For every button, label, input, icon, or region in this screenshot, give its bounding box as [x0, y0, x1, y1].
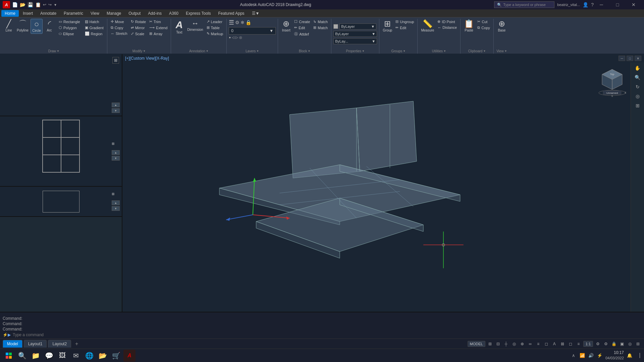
layer-isolate-icon[interactable]: ◎ — [239, 36, 242, 39]
tool-rotate[interactable]: ↻ Rotate — [129, 19, 147, 24]
search-box[interactable]: 🔍 Type a keyword or phrase — [494, 1, 554, 8]
tool-base[interactable]: ⊕ Base — [496, 19, 508, 33]
quickprop-icon[interactable]: ≡ — [575, 341, 582, 347]
tool-ellipse[interactable]: ⬭ Ellipse — [57, 31, 82, 37]
color-dropdown[interactable]: ByLayer ▼ — [339, 23, 376, 29]
menu-expresstools[interactable]: Express Tools — [182, 10, 214, 17]
layers-freeze-icon[interactable]: ❄ — [240, 20, 245, 25]
layers-manager-icon[interactable]: ☰ — [229, 19, 234, 26]
window-controls[interactable]: ─ □ ✕ — [594, 0, 641, 9]
tool-hatch[interactable]: ▨ Hatch — [84, 19, 105, 24]
fullscreen-icon[interactable]: ⊞ — [635, 341, 641, 347]
hardware-accel-icon[interactable]: ▣ — [619, 341, 625, 347]
notifications-icon[interactable]: 🔔 — [627, 353, 633, 359]
model-space-btn[interactable]: MODEL — [468, 341, 485, 347]
lwt-icon[interactable]: ≡ — [535, 341, 542, 347]
layer-next-icon[interactable]: ▷ — [235, 36, 238, 39]
close-button[interactable]: ✕ — [626, 0, 641, 9]
groups-group-label[interactable]: Groups ▼ — [381, 49, 415, 54]
color-swatch[interactable] — [333, 24, 338, 29]
layer-prev-icon[interactable]: ◁ — [232, 36, 234, 39]
block-group-label[interactable]: Block ▼ — [280, 49, 329, 54]
middle-scroll-up[interactable]: ▲ — [112, 150, 120, 155]
tool-array[interactable]: ⊞ Array — [148, 31, 169, 37]
snap-icon[interactable]: ⊟ — [495, 341, 501, 347]
annotation-group-label[interactable]: Annotation ▼ — [173, 49, 224, 54]
modify-group-label[interactable]: Modify ▼ — [109, 49, 169, 54]
tool-measure[interactable]: 📏 Measure — [420, 19, 435, 33]
properties-group-label[interactable]: Properties ▼ — [333, 49, 377, 54]
bottom-mini-viewport[interactable]: ⊞ — [112, 192, 119, 199]
main-viewport[interactable]: [+][Custom View][X-Ray] ─ □ ✕ — [122, 54, 644, 342]
tool-text[interactable]: A Text — [173, 19, 185, 35]
vp-close-btn[interactable]: ✕ — [635, 56, 641, 61]
taskbar-autocad[interactable]: A — [123, 350, 136, 362]
annotation-vis-icon[interactable]: ⚙ — [594, 341, 601, 347]
menu-featuredapps[interactable]: Featured Apps — [215, 10, 248, 17]
tool-group-edit[interactable]: ✏ Edit — [394, 25, 415, 31]
tool-trim[interactable]: ✂ Trim — [148, 19, 169, 24]
taskbar-chat[interactable]: 💬 — [43, 350, 55, 362]
mini-viewport-btn[interactable]: ⊞ — [112, 57, 119, 64]
rt-lookfrom-btn[interactable]: ◎ — [632, 92, 643, 101]
isolation-icon[interactable]: ◎ — [627, 341, 633, 347]
transparency-icon[interactable]: ◻ — [543, 341, 550, 347]
menu-parametric[interactable]: Parametric — [60, 10, 87, 17]
3d-osnap-icon[interactable]: ⊠ — [559, 341, 566, 347]
tool-gradient[interactable]: ▣ Gradient — [84, 25, 105, 31]
qat-save[interactable]: 💾 — [28, 2, 33, 7]
tab-model[interactable]: Model — [3, 340, 22, 348]
tool-circle[interactable]: ○ Circle — [31, 19, 43, 34]
rt-orbit-btn[interactable]: ↻ — [632, 82, 643, 91]
tool-region[interactable]: ⬜ Region — [84, 31, 105, 37]
tool-arc[interactable]: ◜ Arc — [43, 19, 55, 33]
sel-cycling-icon[interactable]: A — [551, 341, 558, 347]
layer-color-icon[interactable]: ● — [229, 36, 231, 39]
layers-group-label[interactable]: Lavers ▼ — [229, 49, 276, 54]
menu-output[interactable]: Output — [125, 10, 144, 17]
qat-more[interactable]: ▼ — [54, 3, 57, 7]
lineweight-dropdown[interactable]: ByLay... ▼ — [333, 38, 377, 44]
taskbar-browser[interactable]: 🌐 — [83, 350, 95, 362]
clipboard-group-label[interactable]: Clipboard ▼ — [463, 49, 491, 54]
vp-minimize-btn[interactable]: ─ — [619, 56, 625, 61]
tool-mirror[interactable]: ⇌ Mirror — [129, 25, 147, 31]
menu-custom[interactable]: ☰▼ — [249, 10, 263, 17]
tool-move[interactable]: ✛ Move — [109, 19, 129, 24]
volume-icon[interactable]: 🔊 — [588, 353, 594, 359]
tab-add-btn[interactable]: + — [72, 340, 81, 348]
viewcube[interactable]: Top S E Unnamed — [597, 64, 627, 98]
tool-paste[interactable]: 📋 Paste — [463, 19, 475, 33]
menu-a360[interactable]: A360 — [166, 10, 182, 17]
tool-distance[interactable]: ↔ Distance — [436, 25, 458, 30]
show-desktop-icon[interactable]: ▕ — [635, 353, 641, 359]
lock-ui-icon[interactable]: 🔒 — [610, 341, 617, 347]
tool-stretch[interactable]: ↔ Stretch — [109, 31, 129, 36]
scroll-down-btn[interactable]: ▼ — [112, 108, 120, 113]
menu-home[interactable]: Home — [1, 10, 19, 17]
tool-attdef[interactable]: Ⓐ Attdef — [293, 31, 311, 37]
vp-restore-btn[interactable]: □ — [627, 56, 633, 61]
middle-scroll-down[interactable]: ▼ — [112, 156, 120, 161]
tool-line[interactable]: ╱ Line — [3, 19, 15, 33]
tool-markup[interactable]: ✎ Markup — [205, 31, 225, 37]
tool-insert[interactable]: ⊕ Insert — [280, 19, 292, 33]
layers-lock-icon[interactable]: 🔒 — [246, 20, 251, 25]
annotation-scale-btn[interactable]: 1:1 — [583, 341, 593, 347]
taskbar-explorer[interactable]: 📂 — [97, 350, 109, 362]
menu-addins[interactable]: Add-ins — [145, 10, 165, 17]
menu-annotate[interactable]: Annotate — [37, 10, 60, 17]
qat-open[interactable]: 📂 — [20, 2, 25, 7]
viewport-controls[interactable]: ─ □ ✕ — [619, 56, 641, 61]
scroll-up-btn[interactable]: ▲ — [112, 103, 120, 107]
bottom-scroll-up[interactable]: ▲ — [112, 200, 120, 205]
qat-new[interactable]: 📄 — [12, 2, 18, 7]
tool-table[interactable]: ⊞ Table — [205, 25, 225, 31]
qat-saveas[interactable]: 📋 — [35, 2, 41, 7]
tool-scale[interactable]: ⤢ Scale — [129, 31, 147, 37]
middle-mini-viewport[interactable]: ⊞ — [112, 142, 119, 149]
tool-ungroup[interactable]: ⊟ Ungroup — [394, 19, 415, 24]
rt-extents-btn[interactable]: ⊞ — [632, 101, 643, 110]
workspace-icon[interactable]: ⚙ — [602, 341, 609, 347]
tool-polygon[interactable]: ⬡ Polygon — [57, 25, 82, 31]
